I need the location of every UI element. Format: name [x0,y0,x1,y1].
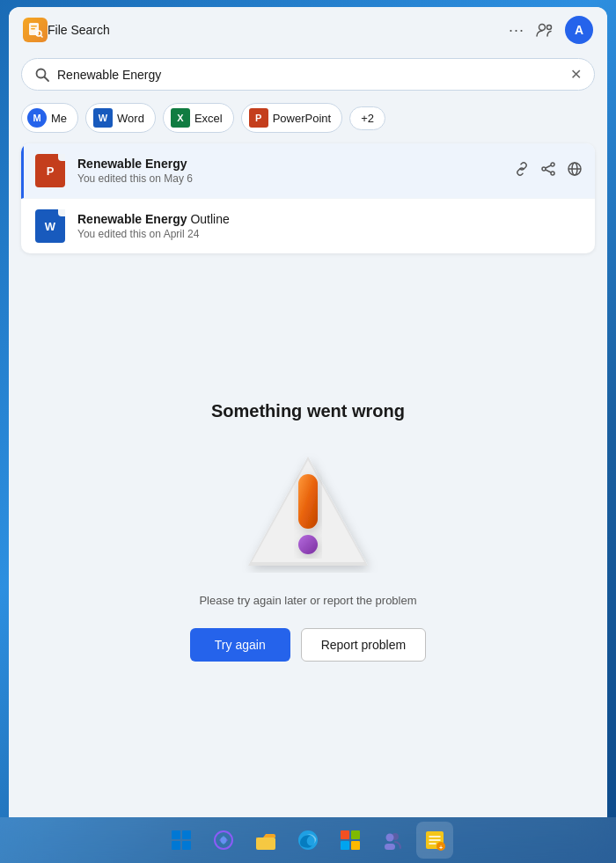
taskbar-teams[interactable] [374,822,411,859]
svg-rect-29 [351,830,360,839]
svg-line-13 [546,170,551,172]
report-problem-button[interactable]: Report problem [301,628,427,662]
people-icon[interactable] [535,20,554,40]
result-subtitle-2: You edited this on April 24 [77,228,583,240]
taskbar-sticky-notes[interactable]: + [416,822,453,859]
svg-point-10 [551,172,554,175]
me-avatar-icon: M [27,108,47,128]
search-container: ✕ [9,53,607,99]
store-icon [339,829,362,852]
svg-rect-30 [341,841,349,850]
taskbar-copilot[interactable] [205,822,242,859]
error-buttons: Try again Report problem [190,628,426,662]
user-avatar[interactable]: A [565,16,593,44]
svg-point-11 [542,167,546,171]
svg-rect-31 [351,841,360,850]
filter-row: M Me W Word X Excel P PowerPoint +2 [9,99,607,143]
search-icon [34,67,50,83]
filter-excel-label: Excel [194,112,223,125]
share-button[interactable] [540,161,556,180]
copy-link-button[interactable] [514,161,530,180]
svg-point-5 [539,25,546,31]
search-input[interactable] [57,68,563,82]
title-bar-actions: ··· A [509,16,593,44]
error-title: Something went wrong [211,401,405,421]
taskbar-start[interactable] [163,822,200,859]
result-actions-1 [514,161,583,180]
search-bar: ✕ [21,58,595,91]
clear-search-button[interactable]: ✕ [570,66,582,83]
taskbar-explorer[interactable] [247,822,284,859]
svg-rect-28 [341,830,349,839]
more-options-button[interactable]: ··· [509,21,524,40]
svg-point-9 [551,163,554,166]
file-icon-word: W [33,209,67,243]
filter-me-label: Me [51,112,67,125]
svg-rect-23 [172,841,180,850]
svg-rect-22 [182,830,191,839]
taskbar-edge[interactable] [290,822,326,859]
svg-rect-19 [298,474,318,529]
error-triangle-svg [238,450,378,573]
app-icon [23,18,48,42]
powerpoint-icon: P [249,108,268,128]
filter-more-button[interactable]: +2 [349,106,385,130]
svg-point-6 [547,26,552,30]
filter-ppt-label: PowerPoint [273,112,331,125]
svg-text:+: + [439,845,443,851]
filesearch-icon-svg [27,22,43,38]
svg-rect-21 [172,830,180,839]
results-container: P Renewable Energy You edited this on Ma… [21,143,595,253]
svg-rect-24 [182,841,191,850]
sticky-notes-icon: + [423,829,446,852]
error-message: Please try again later or report the pro… [199,594,416,607]
table-row[interactable]: W Renewable Energy Outline You edited th… [21,199,595,253]
svg-rect-26 [256,837,275,850]
copilot-icon [212,829,235,852]
title-bar: File Search ··· A [9,7,607,53]
excel-icon: X [171,108,190,128]
word-icon: W [93,108,113,128]
edge-icon [297,829,319,852]
svg-line-4 [40,35,42,37]
ppt-file-icon: P [35,154,65,187]
svg-line-8 [45,77,49,81]
svg-point-33 [386,834,394,842]
result-subtitle-1: You edited this on May 6 [77,172,514,185]
filter-word-label: Word [117,112,144,125]
svg-point-20 [298,535,318,554]
filter-pill-word[interactable]: W Word [85,103,156,133]
table-row[interactable]: P Renewable Energy You edited this on Ma… [21,143,595,199]
app-window: File Search ··· A ✕ M Me [9,7,607,817]
start-icon [170,829,193,852]
result-title-1: Renewable Energy [77,157,514,171]
svg-rect-2 [31,28,35,30]
word-file-icon: W [35,209,65,243]
taskbar-store[interactable] [332,822,369,859]
app-title: File Search [48,23,509,37]
try-again-button[interactable]: Try again [190,628,290,662]
error-section: Something went wrong [9,253,607,817]
result-info-2: Renewable Energy Outline You edited this… [77,212,583,240]
error-illustration [238,450,378,573]
filter-pill-me[interactable]: M Me [21,103,78,133]
explorer-icon [254,829,277,852]
taskbar: + [0,817,616,863]
svg-rect-1 [31,26,37,27]
filter-pill-powerpoint[interactable]: P PowerPoint [241,103,342,133]
svg-line-12 [546,165,551,168]
file-icon-ppt: P [33,154,67,187]
result-info-1: Renewable Energy You edited this on May … [77,157,514,185]
teams-icon [381,829,404,852]
filter-pill-excel[interactable]: X Excel [163,103,234,133]
svg-rect-34 [385,844,395,850]
result-title-2: Renewable Energy Outline [77,212,583,226]
open-in-browser-button[interactable] [567,161,583,180]
